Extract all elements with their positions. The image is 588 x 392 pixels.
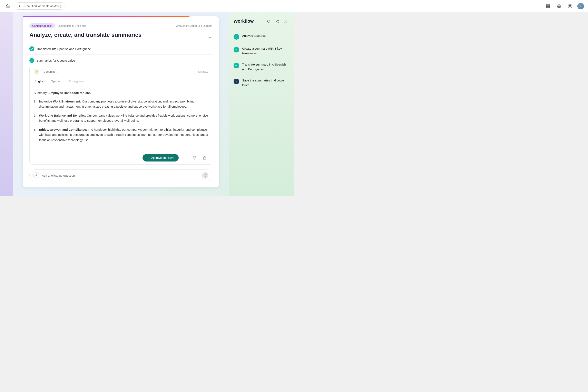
language-tabs: English Spanish Portuguese [30, 78, 212, 85]
chat-bar-text: + Chat, find, or create anything [22, 4, 61, 8]
progress-bar [23, 16, 219, 17]
status-label-translated: Translated into Spanish and Portuguese [36, 47, 91, 51]
page-title: Analyze, create, and translate summaries [30, 32, 142, 38]
svg-line-16 [277, 22, 278, 22]
summaries-header: ⚡ 3 sources Just now [30, 66, 212, 78]
divider-1 [30, 54, 212, 55]
step-label-4: Save the summaries in Google Drive [242, 78, 289, 88]
approve-save-button[interactable]: Approve and save [142, 154, 179, 162]
summary-intro: Summary: Employee Handbook for 2023. [34, 90, 208, 96]
actions-bar: Approve and save ··· [30, 151, 212, 164]
approve-btn-label: Approve and save [151, 156, 174, 160]
list-text-1: Inclusive Work Environment: Our company … [39, 99, 208, 109]
workflow-title: Workflow [234, 18, 254, 24]
list-text-3: Ethics, Growth, and Compliance: The hand… [39, 127, 208, 143]
bolt-icon: ⚡ [34, 69, 40, 74]
top-navigation: + + Chat, find, or create anything [0, 0, 294, 12]
followup-area: + [30, 170, 212, 181]
last-updated: Last updated: 1 min ago [58, 24, 86, 27]
timestamp: Just now [198, 70, 208, 73]
sources-badge: ⚡ 3 sources [34, 69, 58, 74]
list-text-2: Work-Life Balance and Benefits: Our comp… [39, 113, 208, 123]
workflow-share-button[interactable] [274, 18, 280, 24]
content-creation-badge: Content Creation [30, 23, 55, 28]
list-num-2: 2. [34, 113, 37, 118]
list-num-1: 1. [34, 99, 37, 104]
workflow-step-2: Create a summary with 3 key takeaways [234, 43, 289, 59]
summary-list: 1. Inclusive Work Environment: Our compa… [34, 99, 208, 143]
chat-bar[interactable]: + + Chat, find, or create anything [15, 2, 65, 10]
card-meta-left: Content Creation Last updated: 1 min ago [30, 23, 86, 28]
status-label-summaries: Summaries for Google Drive [36, 59, 75, 62]
step-label-2: Create a summary with 3 key takeaways [242, 46, 289, 56]
main-layout: Content Creation Last updated: 1 min ago… [0, 0, 294, 196]
workflow-step-1: Analyze a source [234, 30, 289, 43]
more-actions-button[interactable]: ··· [181, 154, 188, 162]
nav-left: + + Chat, find, or create anything [4, 2, 65, 10]
followup-plus-button[interactable]: + [33, 172, 40, 178]
workflow-step-3: Translate summary into Spanish and Portu… [234, 59, 289, 75]
check-circle-translated [30, 46, 34, 51]
list-item-2: 2. Work-Life Balance and Benefits: Our c… [34, 113, 208, 123]
status-item-translated: Translated into Spanish and Portuguese [30, 46, 212, 51]
sources-pill: 3 sources [41, 69, 58, 74]
step-label-1: Analyze a source [242, 34, 266, 38]
tab-portuguese[interactable]: Portuguese [68, 78, 85, 85]
summary-content: Summary: Employee Handbook for 2023. 1. … [30, 85, 212, 151]
workflow-icons [266, 18, 289, 24]
left-sidebar [0, 12, 13, 196]
list-item-3: 3. Ethics, Growth, and Compliance: The h… [34, 127, 208, 143]
workflow-steps: Analyze a source Create a summary with 3… [234, 30, 289, 91]
followup-input[interactable] [42, 174, 200, 177]
check-circle-summaries [30, 58, 34, 63]
workflow-header: Workflow [234, 18, 289, 24]
status-item-summaries: Summaries for Google Drive [30, 58, 212, 63]
tab-english[interactable]: English [34, 78, 45, 85]
step-label-3: Translate summary into Spanish and Portu… [242, 62, 289, 72]
main-card: Content Creation Last updated: 1 min ago… [23, 16, 219, 188]
thumbs-down-button[interactable] [191, 154, 198, 162]
send-button[interactable] [202, 172, 208, 179]
more-options-button[interactable]: ··· [209, 35, 212, 40]
workflow-refresh-button[interactable] [266, 18, 272, 24]
svg-point-15 [278, 22, 278, 23]
home-icon[interactable] [4, 2, 12, 10]
tab-spanish[interactable]: Spanish [50, 78, 63, 85]
list-num-3: 3. [34, 127, 37, 132]
thumbs-up-button[interactable] [201, 154, 208, 162]
step-icon-1 [234, 34, 239, 40]
card-header: Content Creation Last updated: 1 min ago… [30, 23, 212, 28]
workflow-step-4: 4 Save the summaries in Google Drive [234, 75, 289, 91]
svg-point-13 [278, 20, 278, 20]
step-icon-4: 4 [234, 78, 239, 84]
step-icon-3 [234, 63, 239, 68]
right-sidebar: Workflow Analyze a source [229, 12, 294, 196]
created-by: Created by: Janet Lee-Durham [176, 24, 212, 27]
svg-line-17 [277, 20, 278, 21]
content-area: Content Creation Last updated: 1 min ago… [13, 12, 229, 196]
plus-icon: + [18, 4, 20, 8]
step-icon-2 [234, 47, 239, 52]
svg-point-14 [276, 21, 277, 22]
summaries-card: ⚡ 3 sources Just now English Spanish Por… [30, 66, 212, 164]
workflow-edit-button[interactable] [282, 18, 289, 24]
progress-bar-fill [23, 16, 190, 17]
list-item-1: 1. Inclusive Work Environment: Our compa… [34, 99, 208, 109]
